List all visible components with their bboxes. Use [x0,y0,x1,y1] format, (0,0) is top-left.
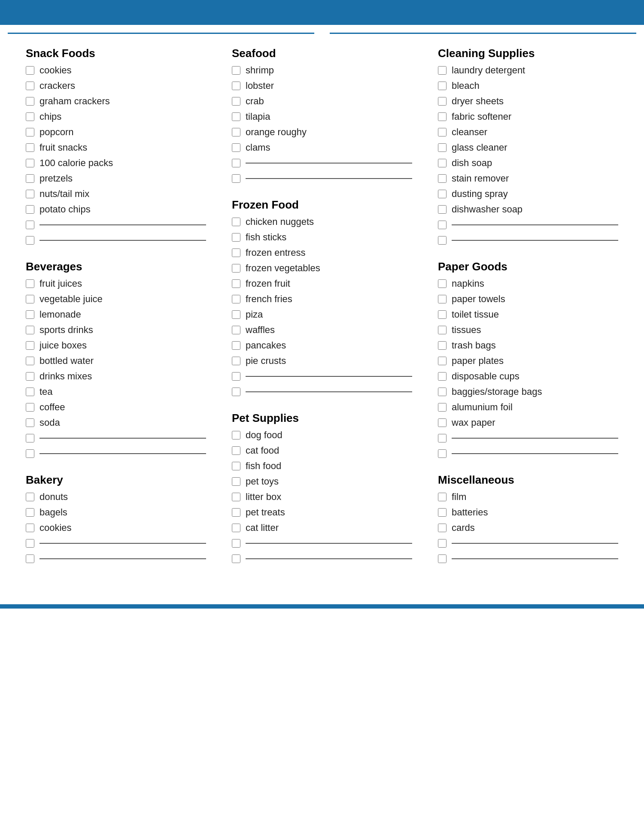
checkbox-0-0-0[interactable] [26,66,34,75]
checkbox-0-0-10[interactable] [26,221,34,229]
checkbox-2-2-2[interactable] [438,524,447,532]
checkbox-1-2-6[interactable] [232,524,240,532]
checkbox-0-0-5[interactable] [26,143,34,152]
checkbox-2-1-6[interactable] [438,372,447,381]
checkbox-2-0-4[interactable] [438,128,447,136]
checkbox-2-0-10[interactable] [438,221,447,229]
item-label-2-1-3: tissues [452,324,481,336]
checkbox-2-2-1[interactable] [438,508,447,517]
checkbox-0-0-2[interactable] [26,97,34,106]
checkbox-1-1-3[interactable] [232,264,240,273]
checkbox-1-2-7[interactable] [232,539,240,548]
checkbox-1-2-0[interactable] [232,431,240,439]
item-row-1-0-6 [232,156,412,170]
checkbox-0-0-1[interactable] [26,82,34,90]
checkbox-2-0-0[interactable] [438,66,447,75]
checkbox-1-1-0[interactable] [232,218,240,226]
checkbox-1-1-1[interactable] [232,233,240,242]
checkbox-1-2-5[interactable] [232,508,240,517]
checkbox-0-1-11[interactable] [26,449,34,458]
checkbox-1-1-6[interactable] [232,310,240,319]
checkbox-0-0-9[interactable] [26,205,34,214]
checkbox-1-0-2[interactable] [232,97,240,106]
item-label-2-1-8: alumunium foil [452,401,513,414]
checkbox-2-0-7[interactable] [438,174,447,183]
checkbox-1-0-6[interactable] [232,159,240,167]
checkbox-1-1-11[interactable] [232,388,240,396]
checkbox-1-2-4[interactable] [232,493,240,501]
checkbox-2-2-4[interactable] [438,554,447,563]
checkbox-1-1-2[interactable] [232,248,240,257]
checkbox-0-0-7[interactable] [26,174,34,183]
checkbox-2-0-5[interactable] [438,143,447,152]
item-row-0-0-7: pretzels [26,172,206,185]
checkbox-2-0-2[interactable] [438,97,447,106]
checkbox-0-2-0[interactable] [26,493,34,501]
item-row-2-0-0: laundry detergent [438,64,618,77]
checkbox-0-0-11[interactable] [26,236,34,245]
checkbox-1-1-9[interactable] [232,357,240,365]
checkbox-2-1-4[interactable] [438,341,447,350]
checkbox-1-1-7[interactable] [232,326,240,334]
checkbox-0-2-2[interactable] [26,524,34,532]
checkbox-2-0-6[interactable] [438,159,447,167]
checkbox-0-2-3[interactable] [26,539,34,548]
checkbox-0-0-8[interactable] [26,190,34,198]
checkbox-0-1-4[interactable] [26,341,34,350]
checkbox-2-1-2[interactable] [438,310,447,319]
checkbox-0-1-5[interactable] [26,357,34,365]
checkbox-1-2-2[interactable] [232,462,240,470]
checkbox-1-0-3[interactable] [232,112,240,121]
checkbox-2-0-8[interactable] [438,190,447,198]
checkbox-2-0-3[interactable] [438,112,447,121]
checkbox-0-1-10[interactable] [26,434,34,442]
checkbox-0-1-0[interactable] [26,279,34,288]
checkbox-0-0-4[interactable] [26,128,34,136]
item-row-0-1-1: vegetable juice [26,292,206,306]
checkbox-2-2-3[interactable] [438,539,447,548]
column-0: Snack Foodscookiescrackersgraham cracker… [26,47,206,579]
checkbox-0-2-1[interactable] [26,508,34,517]
checkbox-2-0-9[interactable] [438,205,447,214]
checkbox-0-1-2[interactable] [26,310,34,319]
item-label-0-1-8: coffee [39,401,65,414]
checkbox-0-2-4[interactable] [26,554,34,563]
item-label-0-1-1: vegetable juice [39,293,103,306]
checkbox-2-1-11[interactable] [438,449,447,458]
checkbox-0-1-7[interactable] [26,388,34,396]
checkbox-0-0-3[interactable] [26,112,34,121]
item-row-0-0-8: nuts/tail mix [26,187,206,201]
checkbox-1-1-5[interactable] [232,295,240,303]
checkbox-2-1-10[interactable] [438,434,447,442]
checkbox-2-1-0[interactable] [438,279,447,288]
checkbox-2-1-9[interactable] [438,418,447,427]
checkbox-2-1-8[interactable] [438,403,447,412]
checkbox-1-2-8[interactable] [232,554,240,563]
checkbox-0-0-6[interactable] [26,159,34,167]
checkbox-1-0-1[interactable] [232,82,240,90]
checkbox-1-0-5[interactable] [232,143,240,152]
checkbox-0-1-1[interactable] [26,295,34,303]
item-row-0-1-4: juice boxes [26,339,206,352]
item-label-2-1-2: toilet tissue [452,309,499,321]
checkbox-2-1-1[interactable] [438,295,447,303]
checkbox-2-1-3[interactable] [438,326,447,334]
checkbox-2-2-0[interactable] [438,493,447,501]
checkbox-1-0-7[interactable] [232,174,240,183]
checkbox-2-1-7[interactable] [438,388,447,396]
checkbox-0-1-3[interactable] [26,326,34,334]
checkbox-1-2-3[interactable] [232,477,240,486]
checkbox-2-1-5[interactable] [438,357,447,365]
checkbox-2-0-1[interactable] [438,82,447,90]
checkbox-2-0-11[interactable] [438,236,447,245]
checkbox-1-2-1[interactable] [232,446,240,455]
checkbox-0-1-6[interactable] [26,372,34,381]
checkbox-1-0-4[interactable] [232,128,240,136]
checkbox-1-1-10[interactable] [232,372,240,381]
checkbox-1-1-4[interactable] [232,279,240,288]
checkbox-0-1-8[interactable] [26,403,34,412]
checkbox-0-1-9[interactable] [26,418,34,427]
checkbox-1-0-0[interactable] [232,66,240,75]
checkbox-1-1-8[interactable] [232,341,240,350]
item-label-2-0-2: dryer sheets [452,95,504,108]
